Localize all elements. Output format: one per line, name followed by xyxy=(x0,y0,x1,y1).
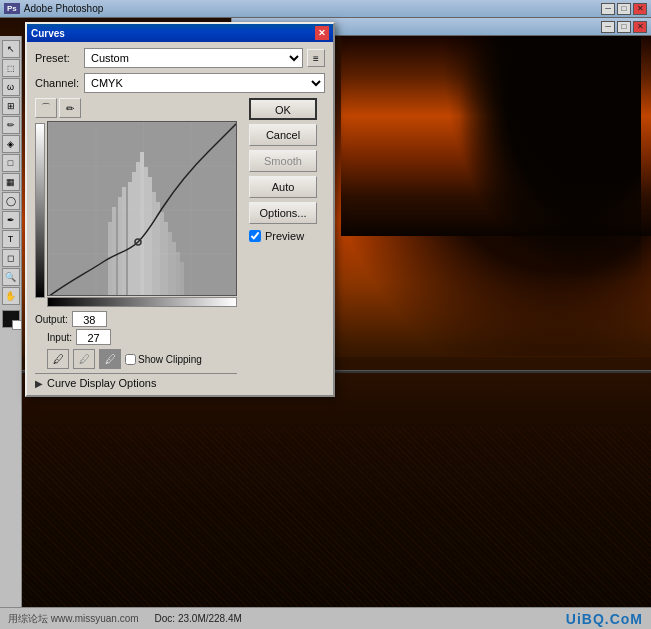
toolbar-brush-tool[interactable]: ✏ xyxy=(2,116,20,134)
preview-checkbox[interactable] xyxy=(249,230,261,242)
input-field[interactable]: 27 xyxy=(76,329,111,345)
svg-rect-4 xyxy=(136,162,140,296)
black-point-eyedropper[interactable]: 🖊 xyxy=(47,349,69,369)
preview-row: Preview xyxy=(249,230,317,242)
graph-with-gradient xyxy=(35,121,237,307)
curve-svg xyxy=(48,122,237,296)
ok-button[interactable]: OK xyxy=(249,98,317,120)
status-watermark-right: UiBQ.CoM xyxy=(566,611,643,627)
toolbar-move-tool[interactable]: ↖ xyxy=(2,40,20,58)
status-doc-info: Doc: 23.0M/228.4M xyxy=(155,613,242,624)
preset-menu-button[interactable]: ≡ xyxy=(307,49,325,67)
svg-rect-16 xyxy=(176,252,180,296)
toolbar-hand-tool[interactable]: ✋ xyxy=(2,287,20,305)
leaves-texture xyxy=(22,427,651,607)
svg-rect-13 xyxy=(172,242,176,296)
svg-rect-7 xyxy=(148,177,152,296)
curves-close-button[interactable]: ✕ xyxy=(315,26,329,40)
minimize-button[interactable]: ─ xyxy=(601,3,615,15)
gray-point-eyedropper[interactable]: 🖊 xyxy=(73,349,95,369)
vertical-section xyxy=(35,121,45,307)
image-maximize-button[interactable]: □ xyxy=(617,21,631,33)
toolbar-crop-tool[interactable]: ⊞ xyxy=(2,97,20,115)
svg-rect-8 xyxy=(152,192,156,296)
toolbar-select-tool[interactable]: ⬚ xyxy=(2,59,20,77)
curves-body: Preset: Custom Default Linear ≡ Channel:… xyxy=(27,42,333,395)
svg-rect-19 xyxy=(112,207,116,296)
image-titlebar-buttons[interactable]: ─ □ ✕ xyxy=(601,21,647,33)
close-button[interactable]: ✕ xyxy=(633,3,647,15)
svg-rect-12 xyxy=(168,232,172,296)
toolbar-clone-tool[interactable]: ◈ xyxy=(2,135,20,153)
input-row: Input: 27 xyxy=(35,329,237,345)
svg-rect-2 xyxy=(128,182,132,296)
input-gradient-bar xyxy=(47,297,237,307)
svg-rect-17 xyxy=(180,262,184,296)
curves-titlebar: Curves ✕ xyxy=(27,24,333,42)
show-clipping-checkbox[interactable] xyxy=(125,354,136,365)
toolbar-eraser-tool[interactable]: □ xyxy=(2,154,20,172)
channel-select[interactable]: CMYK RGB Red Green Blue xyxy=(84,73,325,93)
preset-select-wrapper[interactable]: Custom Default Linear xyxy=(84,48,303,68)
toolbar-zoom-tool[interactable]: 🔍 xyxy=(2,268,20,286)
curve-display-options-row: ▶ Curve Display Options xyxy=(35,373,237,389)
output-gradient-bar xyxy=(35,123,45,298)
toolbar-panel: ↖ ⬚ ω ⊞ ✏ ◈ □ ▦ ◯ ✒ T ◻ 🔍 ✋ xyxy=(0,36,22,607)
svg-rect-10 xyxy=(160,212,164,296)
curve-tool-buttons: ⌒ ✏ xyxy=(35,98,237,118)
toolbar-dodge-tool[interactable]: ◯ xyxy=(2,192,20,210)
curve-main-area: ⌒ ✏ xyxy=(35,98,325,389)
curve-graph-section xyxy=(47,121,237,307)
cancel-button[interactable]: Cancel xyxy=(249,124,317,146)
eyedropper-row: 🖊 🖊 🖊 Show Clipping xyxy=(35,349,237,369)
preview-label: Preview xyxy=(265,230,304,242)
show-clipping-section: Show Clipping xyxy=(125,354,202,365)
image-close-button[interactable]: ✕ xyxy=(633,21,647,33)
ps-logo: Ps xyxy=(4,3,20,14)
white-point-eyedropper[interactable]: 🖊 xyxy=(99,349,121,369)
svg-rect-3 xyxy=(132,172,136,296)
preset-select[interactable]: Custom Default Linear xyxy=(84,48,303,68)
show-clipping-label: Show Clipping xyxy=(138,354,202,365)
titlebar-buttons[interactable]: ─ □ ✕ xyxy=(601,3,647,15)
channel-label: Channel: xyxy=(35,77,80,89)
app-title: Adobe Photoshop xyxy=(24,3,601,14)
toolbar-gradient-tool[interactable]: ▦ xyxy=(2,173,20,191)
curve-display-options-label: Curve Display Options xyxy=(47,377,156,389)
main-titlebar: Ps Adobe Photoshop ─ □ ✕ xyxy=(0,0,651,18)
output-label: Output: xyxy=(35,314,68,325)
toolbar-shape-tool[interactable]: ◻ xyxy=(2,249,20,267)
svg-rect-5 xyxy=(140,152,144,296)
output-field[interactable]: 38 xyxy=(72,311,107,327)
auto-button[interactable]: Auto xyxy=(249,176,317,198)
preset-row: Preset: Custom Default Linear ≡ xyxy=(35,48,325,68)
svg-rect-14 xyxy=(118,197,122,296)
curves-dialog: Curves ✕ Preset: Custom Default Linear ≡… xyxy=(25,22,335,397)
status-bar: 用综论坛 www.missyuan.com Doc: 23.0M/228.4M … xyxy=(0,607,651,629)
options-button[interactable]: Options... xyxy=(249,202,317,224)
status-watermark-left: 用综论坛 www.missyuan.com xyxy=(8,612,139,626)
output-row: Output: 38 xyxy=(35,311,237,327)
image-minimize-button[interactable]: ─ xyxy=(601,21,615,33)
curves-title: Curves xyxy=(31,28,315,39)
toolbar-lasso-tool[interactable]: ω xyxy=(2,78,20,96)
smooth-button[interactable]: Smooth xyxy=(249,150,317,172)
maximize-button[interactable]: □ xyxy=(617,3,631,15)
tree-silhouette xyxy=(441,36,641,286)
svg-rect-11 xyxy=(164,222,168,296)
preset-label: Preset: xyxy=(35,52,80,64)
curve-left-section: ⌒ ✏ xyxy=(35,98,237,389)
toolbar-pen-tool[interactable]: ✒ xyxy=(2,211,20,229)
channel-select-wrapper[interactable]: CMYK RGB Red Green Blue xyxy=(84,73,325,93)
curves-action-buttons: OK Cancel Smooth Auto Options... Preview xyxy=(249,98,317,389)
expand-options-triangle[interactable]: ▶ xyxy=(35,378,43,389)
curve-draw-tool[interactable]: ⌒ xyxy=(35,98,57,118)
svg-rect-15 xyxy=(122,187,126,296)
input-label: Input: xyxy=(47,332,72,343)
curve-graph[interactable] xyxy=(47,121,237,296)
foreground-color[interactable] xyxy=(2,310,20,328)
pencil-draw-tool[interactable]: ✏ xyxy=(59,98,81,118)
channel-row: Channel: CMYK RGB Red Green Blue xyxy=(35,73,325,93)
toolbar-text-tool[interactable]: T xyxy=(2,230,20,248)
